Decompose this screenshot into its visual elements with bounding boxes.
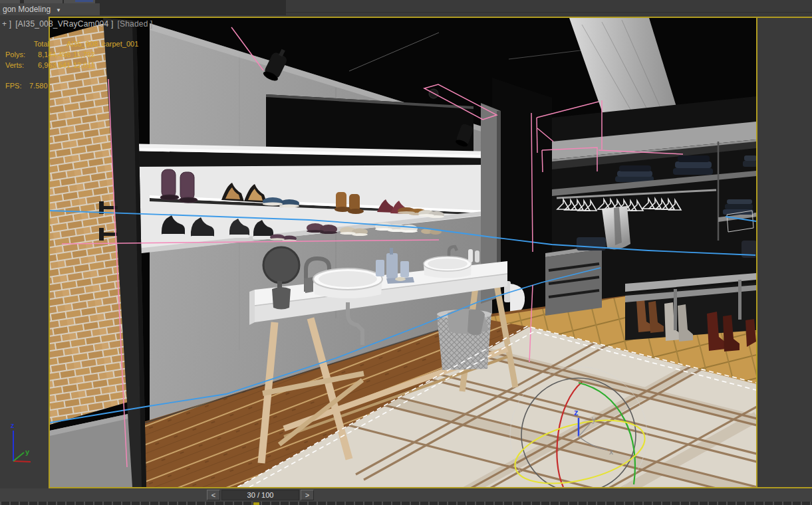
viewport-border-top — [49, 17, 812, 18]
gizmo-z-label: z — [574, 407, 579, 417]
toolbar-highlight — [75, 0, 93, 2]
sink-right — [424, 256, 472, 278]
chevron-down-icon: ▼ — [56, 7, 61, 13]
stats-verts-selected: 12,011 — [73, 61, 95, 69]
next-frame-button[interactable]: > — [301, 490, 314, 500]
tab-label: gon Modeling — [3, 5, 51, 14]
viewport-camera-name[interactable]: [AI35_008_VRayCam004 ] — [15, 19, 113, 29]
stats-fps-label: FPS: — [5, 82, 21, 90]
viewport-border-bottom — [49, 487, 812, 488]
viewport-border-right — [756, 17, 757, 488]
scene-svg: z y x — [50, 18, 756, 487]
stats-total-header: Total — [5, 40, 49, 48]
sink-left — [313, 268, 382, 298]
folded-on-drawers — [577, 237, 606, 251]
current-frame-display[interactable]: 30 / 100 — [221, 490, 299, 500]
max-application-window: gon Modeling▼ — [0, 0, 812, 505]
viewport-3d[interactable]: z y x — [50, 18, 756, 487]
stats-verts-label: Verts: — [5, 61, 24, 69]
time-slider-bar: < 30 / 100 > — [0, 488, 812, 502]
track-bar-ruler[interactable] — [0, 502, 812, 505]
axis-y-label: y — [25, 448, 30, 456]
viewport-label[interactable]: + ][AI35_008_VRayCam004 ][Shaded ] — [2, 19, 153, 29]
world-axis-tripod: z y — [4, 417, 41, 474]
viewport-shading-mode[interactable]: [Shaded ] — [117, 19, 152, 29]
gizmo-y-label: y — [592, 415, 596, 424]
stats-polys-total: 8,144,498 — [33, 50, 70, 58]
panel-seam — [286, 12, 812, 13]
tab-polygon-modeling[interactable]: gon Modeling▼ — [0, 3, 100, 15]
stats-verts-total: 6,963,541 — [33, 61, 70, 69]
stats-polys-label: Polys: — [5, 50, 25, 58]
viewport-border-left — [49, 17, 50, 488]
viewport-expand[interactable]: + ] — [2, 19, 11, 29]
stats-polys-selected: 11,792 — [73, 50, 95, 58]
stats-selection-header: AI35_008_carpet_001 — [67, 40, 138, 48]
axis-z-label: z — [11, 421, 15, 429]
ribbon-remnant: gon Modeling▼ — [0, 0, 286, 15]
stats-fps-value: 7.580 — [29, 82, 48, 90]
previous-frame-button[interactable]: < — [207, 490, 220, 500]
track-bar-marker[interactable] — [253, 502, 259, 505]
gizmo-x-label: x — [609, 447, 613, 456]
